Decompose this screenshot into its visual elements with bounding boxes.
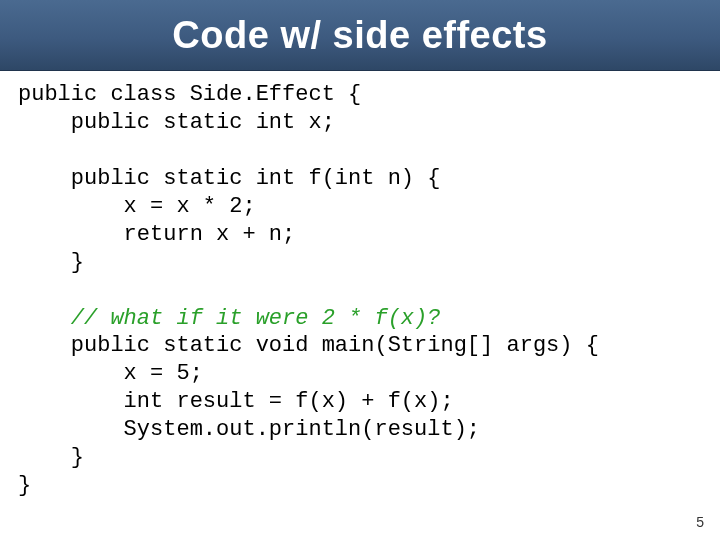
code-block: public class Side.Effect { public static…	[0, 71, 720, 500]
code-line: x = 5;	[18, 361, 203, 386]
slide: Code w/ side effects public class Side.E…	[0, 0, 720, 540]
code-line: int result = f(x) + f(x);	[18, 389, 454, 414]
code-line: public static void main(String[] args) {	[18, 333, 599, 358]
code-line: }	[18, 445, 84, 470]
code-line: x = x * 2;	[18, 194, 256, 219]
code-line: public class Side.Effect {	[18, 82, 361, 107]
slide-title: Code w/ side effects	[172, 14, 547, 57]
page-number: 5	[696, 514, 704, 530]
code-line: System.out.println(result);	[18, 417, 480, 442]
code-line: }	[18, 473, 31, 498]
code-line: public static int x;	[18, 110, 335, 135]
code-line: return x + n;	[18, 222, 295, 247]
title-bar: Code w/ side effects	[0, 0, 720, 71]
code-line: public static int f(int n) {	[18, 166, 440, 191]
code-comment: // what if it were 2 * f(x)?	[18, 306, 440, 331]
code-line: }	[18, 250, 84, 275]
